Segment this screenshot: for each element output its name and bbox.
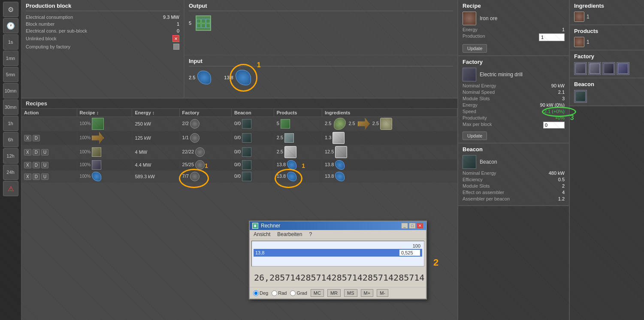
row2-action: X D xyxy=(21,131,77,145)
th-ingredients[interactable]: Ingredients xyxy=(322,109,457,117)
time-1s-btn[interactable]: 1s xyxy=(3,34,18,50)
time-30mn-btn[interactable]: 30mn xyxy=(3,99,18,115)
row1-products-icon xyxy=(281,119,290,129)
calc-display-row1-value: 100 xyxy=(413,243,420,248)
calc-mplus-btn[interactable]: M+ xyxy=(361,289,374,297)
calc-radio-deg-input[interactable] xyxy=(253,290,259,296)
factory-thumb-3[interactable] xyxy=(602,62,615,75)
th-beacon[interactable]: Beacon xyxy=(231,109,274,117)
calc-selected-text: 0,525 xyxy=(401,250,413,255)
th-action[interactable]: Action xyxy=(21,109,77,117)
row1-percent: 100% xyxy=(80,121,91,126)
factory-nominal-speed-value: 2.1 xyxy=(558,90,565,95)
row1-action xyxy=(21,117,77,131)
calc-radio-deg[interactable]: Deg xyxy=(253,290,268,296)
calc-row-2: 13,8 0,525 xyxy=(254,249,422,257)
factory-thumbs-panel: Factory xyxy=(570,51,644,78)
recipe-item-icon xyxy=(463,12,476,25)
calc-menu-ansicht[interactable]: Ansicht xyxy=(252,231,272,238)
calc-mr-btn[interactable]: MR xyxy=(327,289,341,297)
row3-d-btn[interactable]: D xyxy=(33,149,40,156)
row4-x-btn[interactable]: X xyxy=(24,162,31,168)
computing-factory-checkbox[interactable] xyxy=(173,44,179,50)
row5-d-btn[interactable]: D xyxy=(33,173,40,180)
row3-u-btn[interactable]: U xyxy=(41,149,48,156)
factory-thumb-4[interactable] xyxy=(617,62,629,75)
unlinked-block-xmark[interactable]: ✕ xyxy=(172,35,179,42)
factory-item-row: Electric mining drill xyxy=(463,68,565,81)
row2-x-btn[interactable]: X xyxy=(24,135,31,141)
calc-title-text: Rechner xyxy=(261,223,280,229)
calc-mc-btn[interactable]: MC xyxy=(311,289,324,297)
calc-maximize-btn[interactable]: □ xyxy=(409,223,416,229)
top-panels: Production block Electrical consumption … xyxy=(21,0,457,99)
input-title: Input xyxy=(189,58,453,66)
calc-menu-bearbeiten[interactable]: Bearbeiten xyxy=(276,231,303,238)
calc-bottom: Deg Rad Grad MC MR MS M+ M- xyxy=(250,287,426,299)
row5-action: X D U xyxy=(21,171,77,182)
block-number-value: 1 xyxy=(177,21,179,27)
calc-mminus-btn[interactable]: M- xyxy=(377,289,388,297)
th-energy[interactable]: Energy ↕ xyxy=(132,109,179,117)
beacon-nominal-energy-label: Nominal Energy xyxy=(463,170,496,176)
recipes-title: Recipes xyxy=(26,100,47,107)
row1-products-count: 5 xyxy=(277,121,279,126)
row2-d-btn[interactable]: D xyxy=(33,135,40,141)
calc-menu-help[interactable]: ? xyxy=(308,231,313,238)
time-6h-btn[interactable]: 6h xyxy=(3,132,18,147)
time-24h-btn[interactable]: 24h xyxy=(3,164,18,180)
row1-ing2-count: 2.5 xyxy=(348,121,355,126)
factory-thumb-1[interactable] xyxy=(574,62,587,75)
factory-nominal-energy-value: 90 kW xyxy=(551,83,565,88)
factory-thumb-4-icon xyxy=(618,63,628,74)
calc-selected-value[interactable]: 0,525 xyxy=(399,249,420,256)
calc-close-btn[interactable]: ✕ xyxy=(417,223,423,229)
time-5mn-btn[interactable]: 5mn xyxy=(3,67,18,82)
table-row: X D U 100% 4 MW 22/22 xyxy=(21,145,457,159)
clock-sidebar-btn[interactable]: 🕐 xyxy=(3,18,18,33)
output-item-count: 5 xyxy=(189,21,191,26)
calc-ms-btn[interactable]: MS xyxy=(344,289,357,297)
row3-ing1-icon xyxy=(335,146,347,158)
row5-u-btn[interactable]: U xyxy=(41,173,48,180)
row4-d-btn[interactable]: D xyxy=(33,162,40,168)
calc-radio-grad[interactable]: Grad xyxy=(290,290,307,296)
time-10mn-btn[interactable]: 10mn xyxy=(3,83,18,99)
row1-ing3-icon xyxy=(380,118,392,130)
beacon-thumb-1[interactable] xyxy=(574,90,587,103)
calc-radio-rad[interactable]: Rad xyxy=(272,290,287,296)
factory-thumb-2[interactable] xyxy=(588,62,601,75)
row2-beacon-count: 0/0 xyxy=(234,135,241,140)
factory-update-btn[interactable]: Update xyxy=(463,132,487,140)
settings-sidebar-btn[interactable]: ⚙ xyxy=(3,2,18,17)
recipe-update-btn[interactable]: Update xyxy=(463,44,487,53)
th-factory[interactable]: Factory xyxy=(179,109,231,117)
row5-x-btn[interactable]: X xyxy=(24,173,31,180)
row3-x-btn[interactable]: X xyxy=(24,149,31,156)
time-12h-btn[interactable]: 12h xyxy=(3,148,18,164)
calc-titlebar-left: 🖩 Rechner xyxy=(252,223,280,229)
row4-products-count: 13.8 xyxy=(277,162,286,167)
time-1mn-btn[interactable]: 1mn xyxy=(3,51,18,66)
th-products[interactable]: Products xyxy=(274,109,322,117)
factory-max-per-block-input[interactable] xyxy=(543,122,565,129)
calc-result: 26,285714285714285714285714285714 xyxy=(250,268,426,287)
row2-ing1-count: 1.3 xyxy=(325,135,331,140)
row4-products: 13.8 xyxy=(274,159,322,171)
time-1h-btn[interactable]: 1h xyxy=(3,116,18,131)
row1-ing3-count: 2.5 xyxy=(372,121,379,126)
productivity-wrapper: +0% 3 xyxy=(555,115,565,120)
recipe-production-input[interactable] xyxy=(539,33,565,41)
warning-btn[interactable]: ⚠ xyxy=(3,181,18,196)
ingredients-count: 1 xyxy=(587,14,590,20)
calc-radio-rad-input[interactable] xyxy=(272,290,277,296)
beacon-assembler-row: Assembler per beacon 1.2 xyxy=(463,196,565,201)
beacon-nominal-energy-value: 480 kW xyxy=(549,170,565,176)
row4-u-btn[interactable]: U xyxy=(41,162,48,168)
calc-minimize-btn[interactable]: _ xyxy=(401,223,408,229)
row4-recipe-icon xyxy=(92,160,101,170)
row5-factory-icon xyxy=(190,172,200,181)
calc-display-area: 100 13,8 0,525 xyxy=(251,241,424,266)
calc-radio-grad-input[interactable] xyxy=(290,290,296,296)
th-recipe[interactable]: Recipe ↕ xyxy=(77,109,132,117)
